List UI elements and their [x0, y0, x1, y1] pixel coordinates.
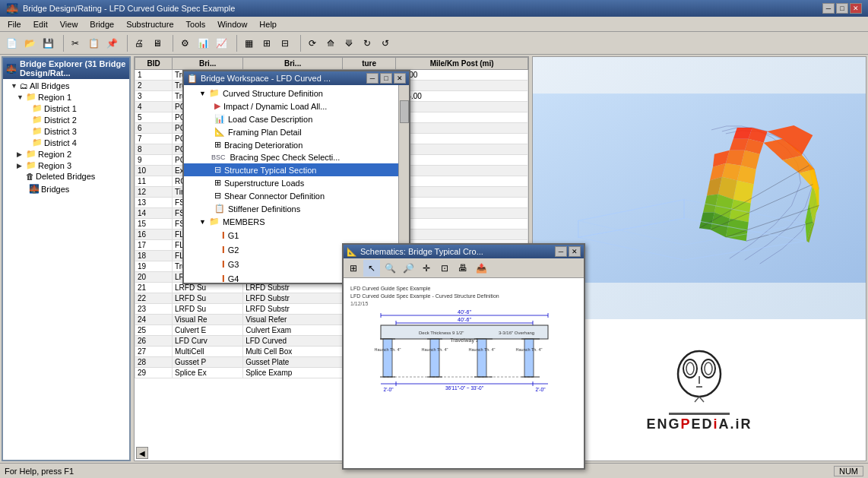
- bridges-folder-icon: 🌉: [29, 184, 40, 194]
- expand-members: ▼: [199, 218, 206, 226]
- icon-g2: I: [222, 244, 225, 255]
- overhang-label: 3-3/16" Overhang: [499, 331, 534, 335]
- tree-all-bridges[interactable]: ▼ 🗂 All Bridges: [5, 81, 128, 91]
- tb-save[interactable]: 💾: [40, 35, 56, 52]
- ws-item-bracing-det[interactable]: ⊞ Bracing Deterioration: [184, 138, 409, 151]
- tb-btn5[interactable]: ▦: [240, 35, 257, 52]
- bottom-dim2-label: 36'11"-0" ~ 33'-0": [445, 385, 484, 391]
- ws-item-structure-section[interactable]: ⊟ Structure Typical Section: [184, 163, 409, 176]
- schem-tb-print[interactable]: 🖶: [455, 260, 471, 277]
- maximize-button[interactable]: □: [836, 3, 848, 14]
- tb-print-preview[interactable]: 🖥: [149, 35, 166, 52]
- menu-substructure[interactable]: Substructure: [120, 18, 179, 30]
- logo-bar: [669, 413, 730, 415]
- ws-item-bracing-spec[interactable]: BSC Bracing Spec Check Selecti...: [184, 151, 409, 163]
- ws-item-impact[interactable]: ▶ Impact / Dynamic Load All...: [184, 100, 409, 112]
- ws-item-shear[interactable]: ⊟ Shear Connector Definition: [184, 189, 409, 202]
- schem-tb-copy-img[interactable]: ⊡: [436, 260, 453, 277]
- workspace-maximize[interactable]: □: [380, 73, 392, 84]
- bottom-dim3-label: 2'-0": [536, 387, 546, 392]
- tree-region1[interactable]: ▼ 📁 Region 1: [5, 91, 128, 103]
- scroll-left-arrow[interactable]: ◀: [136, 447, 148, 459]
- schematics-toolbar: ⊞ ↖ 🔍 🔎 ✛ ⊡ 🖶 📤: [344, 258, 584, 278]
- svg-rect-61: [430, 339, 439, 377]
- tree-region2[interactable]: ▶ 📁 Region 2: [5, 148, 128, 160]
- tb-print[interactable]: 🖨: [131, 35, 147, 52]
- workspace-minimize[interactable]: ─: [366, 73, 379, 84]
- schem-tb-zoom-in[interactable]: 🔍: [382, 260, 398, 277]
- tb-btn7[interactable]: ⊟: [277, 35, 293, 52]
- all-bridges-label: All Bridges: [30, 81, 70, 90]
- schem-tb-copy[interactable]: ⊞: [345, 260, 362, 277]
- tb-new[interactable]: 📄: [3, 35, 20, 52]
- title-bar-controls[interactable]: ─ □ ✕: [822, 3, 862, 14]
- workspace-scroll-thumb[interactable]: [400, 100, 409, 123]
- tb-paste[interactable]: 📌: [103, 35, 120, 52]
- menu-bridge[interactable]: Bridge: [84, 18, 120, 30]
- tb-cut[interactable]: ✂: [67, 35, 84, 52]
- district1-label: District 1: [44, 104, 77, 113]
- haunch4-label: Haunch Th. 4": [516, 347, 543, 352]
- tree-deleted-bridges[interactable]: 🗑 Deleted Bridges: [5, 171, 128, 182]
- icon-super: ⊞: [214, 178, 221, 188]
- close-button[interactable]: ✕: [850, 3, 862, 14]
- col-mile: Mile/Km Post (mi): [396, 58, 528, 70]
- menu-edit[interactable]: Edit: [27, 18, 54, 30]
- workspace-title-bar: 📋 Bridge Workspace - LFD Curved ... ─ □ …: [184, 71, 409, 85]
- workspace-close[interactable]: ✕: [394, 73, 406, 84]
- alien-logo-svg: [661, 347, 737, 408]
- g4-label: G4: [228, 274, 239, 283]
- ws-item-stiffener[interactable]: 📋 Stiffener Definitions: [184, 202, 409, 215]
- ws-item-members[interactable]: ▼ 📁 MEMBERS: [184, 215, 409, 228]
- menu-window[interactable]: Window: [211, 18, 253, 30]
- framing-label: Framing Plan Detail: [228, 128, 302, 137]
- tb-btn6[interactable]: ⊞: [258, 35, 275, 52]
- menu-file[interactable]: File: [2, 18, 27, 30]
- ws-item-curved-def[interactable]: ▼ 📁 Curved Structure Definition: [184, 87, 409, 100]
- workspace-win-controls[interactable]: ─ □ ✕: [366, 73, 406, 84]
- menu-help[interactable]: Help: [253, 18, 283, 30]
- schem-tb-pointer[interactable]: ↖: [363, 260, 380, 277]
- menu-view[interactable]: View: [54, 18, 84, 30]
- tree-region3[interactable]: ▶ 📁 Region 3: [5, 160, 128, 171]
- minimize-button[interactable]: ─: [822, 3, 835, 14]
- g1-label: G1: [228, 231, 239, 240]
- schematics-diagram-area: LFD Curved Guide Spec Example LFD Curved…: [344, 278, 584, 468]
- tb-btn12[interactable]: ↺: [377, 35, 394, 52]
- tree-district4[interactable]: 📁 District 4: [5, 137, 128, 148]
- haunch1-label: Haunch Th. 4": [375, 347, 401, 352]
- schem-tb-zoom-out[interactable]: 🔎: [400, 260, 417, 277]
- tb-analysis[interactable]: 📈: [213, 35, 230, 52]
- bridge-explorer-tree[interactable]: ▼ 🗂 All Bridges ▼ 📁 Region 1 📁 District …: [3, 79, 129, 461]
- schematics-close[interactable]: ✕: [569, 246, 581, 257]
- tree-district1[interactable]: 📁 District 1: [5, 103, 128, 114]
- tree-bridges-item[interactable]: 🌉 Bridges: [5, 183, 128, 195]
- members-label: MEMBERS: [223, 217, 265, 226]
- ws-item-superstructure[interactable]: ⊞ Superstructure Loads: [184, 176, 409, 189]
- tb-rating[interactable]: 📊: [195, 35, 211, 52]
- tree-district2[interactable]: 📁 District 2: [5, 114, 128, 125]
- tb-btn8[interactable]: ⟳: [304, 35, 321, 52]
- bottom-dim1-label: 2'-0": [384, 387, 394, 392]
- ws-item-load-case[interactable]: 📊 Load Case Description: [184, 112, 409, 125]
- col-bri2: Bri...: [243, 58, 343, 70]
- menu-tools[interactable]: Tools: [180, 18, 212, 30]
- schematics-minimize[interactable]: ─: [555, 246, 567, 257]
- tree-district3[interactable]: 📁 District 3: [5, 125, 128, 137]
- svg-rect-67: [524, 339, 534, 377]
- tb-copy[interactable]: 📋: [85, 35, 102, 52]
- icon-shear: ⊟: [214, 191, 221, 201]
- tb-bridge-wizard[interactable]: ⚙: [176, 35, 193, 52]
- tb-btn10[interactable]: ⟱: [341, 35, 357, 52]
- schematics-win-controls[interactable]: ─ ✕: [555, 246, 581, 257]
- superstructure-label: Superstructure Loads: [224, 179, 304, 188]
- ws-item-framing[interactable]: 📐 Framing Plan Detail: [184, 125, 409, 138]
- diagram-title1: LFD Curved Guide Spec Example: [350, 286, 431, 292]
- tb-btn11[interactable]: ↻: [359, 35, 375, 52]
- schem-tb-fit[interactable]: ✛: [418, 260, 435, 277]
- schem-tb-export[interactable]: 📤: [473, 260, 489, 277]
- tb-btn9[interactable]: ⟰: [322, 35, 339, 52]
- ws-item-g1[interactable]: I G1: [184, 228, 409, 242]
- tb-open[interactable]: 📂: [21, 35, 38, 52]
- expand-curved: ▼: [199, 90, 206, 97]
